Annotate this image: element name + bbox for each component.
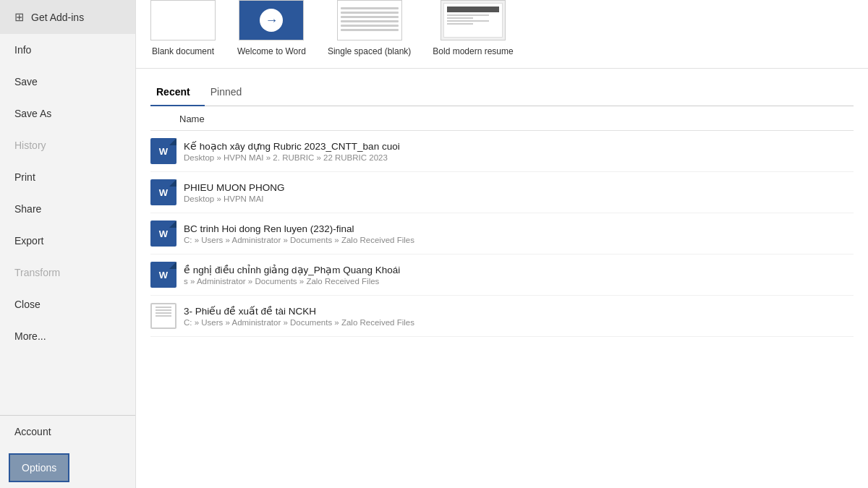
sidebar-item-save[interactable]: Save <box>0 66 135 98</box>
template-label-single-spaced: Single spaced (blank) <box>328 46 411 56</box>
resume-preview <box>443 3 503 38</box>
name-col-header: Name <box>179 114 854 124</box>
welcome-arrow-icon: → <box>260 9 283 32</box>
word-doc-icon: W <box>150 179 176 205</box>
lines-decoration <box>341 7 399 33</box>
file-path: C: » Users » Administrator » Documents »… <box>184 236 854 244</box>
list-item[interactable]: W BC trinh Hoi dong Ren luyen (232)-fina… <box>150 213 854 254</box>
sidebar-item-export[interactable]: Export <box>0 225 135 257</box>
main-content: Blank document → Welcome to Word Single … <box>136 0 868 488</box>
file-name: BC trinh Hoi dong Ren luyen (232)-final <box>184 223 854 234</box>
file-name: PHIEU MUON PHONG <box>184 182 854 193</box>
file-path: s » Administrator » Documents » Zalo Rec… <box>184 277 854 286</box>
list-item[interactable]: W PHIEU MUON PHONG Desktop » HVPN MAI <box>150 172 854 213</box>
template-label-welcome: Welcome to Word <box>237 46 306 56</box>
tabs-bar: Recent Pinned <box>150 80 854 106</box>
sidebar-bottom: Account Options <box>0 415 135 488</box>
template-label-blank: Blank document <box>152 46 214 56</box>
template-thumb-blank <box>150 0 216 40</box>
content-area: Recent Pinned Name W Kế hoạch xây dựng R… <box>136 69 868 488</box>
file-name: ề nghị điều chỉnh giảng dạy_Phạm Quang K… <box>184 264 854 275</box>
sidebar-item-save-as[interactable]: Save As <box>0 98 135 129</box>
sidebar-item-account[interactable]: Account <box>0 416 135 448</box>
file-details: BC trinh Hoi dong Ren luyen (232)-final … <box>184 223 854 244</box>
word-doc-icon-outline <box>150 303 176 329</box>
file-name: Kế hoạch xây dựng Rubric 2023_CNTT_ban c… <box>184 140 854 152</box>
list-item[interactable]: W Kế hoạch xây dựng Rubric 2023_CNTT_ban… <box>150 131 854 172</box>
sidebar-item-info[interactable]: Info <box>0 34 135 66</box>
template-bold-resume[interactable]: Bold modern resume <box>433 0 513 56</box>
word-doc-icon: W <box>150 262 176 288</box>
grid-icon: ⊞ <box>14 10 24 24</box>
sidebar: ⊞ Get Add-ins Info Save Save As History … <box>0 0 136 488</box>
sidebar-item-close[interactable]: Close <box>0 288 135 320</box>
file-path: Desktop » HVPN MAI <box>184 194 854 203</box>
file-details: 3- Phiếu đề xuất đề tài NCKH C: » Users … <box>184 305 854 327</box>
list-item[interactable]: W ề nghị điều chỉnh giảng dạy_Phạm Quang… <box>150 254 854 296</box>
word-doc-icon: W <box>150 221 176 247</box>
file-name: 3- Phiếu đề xuất đề tài NCKH <box>184 305 854 317</box>
template-thumb-welcome: → <box>239 0 304 40</box>
template-single-spaced[interactable]: Single spaced (blank) <box>328 0 411 56</box>
file-details: ề nghị điều chỉnh giảng dạy_Phạm Quang K… <box>184 264 854 286</box>
tab-pinned[interactable]: Pinned <box>205 80 257 106</box>
file-path: Desktop » HVPN MAI » 2. RUBRIC » 22 RUBR… <box>184 153 854 162</box>
template-thumb-bold-resume <box>441 0 506 40</box>
list-item[interactable]: 3- Phiếu đề xuất đề tài NCKH C: » Users … <box>150 296 854 337</box>
file-list-header: Name <box>150 106 854 131</box>
templates-row: Blank document → Welcome to Word Single … <box>136 0 868 69</box>
template-label-bold-resume: Bold modern resume <box>433 46 513 56</box>
template-blank[interactable]: Blank document <box>150 0 216 56</box>
file-details: PHIEU MUON PHONG Desktop » HVPN MAI <box>184 182 854 203</box>
template-thumb-single-spaced <box>337 0 402 40</box>
sidebar-item-print[interactable]: Print <box>0 161 135 193</box>
word-doc-icon: W <box>150 138 176 164</box>
file-details: Kế hoạch xây dựng Rubric 2023_CNTT_ban c… <box>184 140 854 162</box>
file-path: C: » Users » Administrator » Documents »… <box>184 318 854 327</box>
template-welcome[interactable]: → Welcome to Word <box>237 0 306 56</box>
sidebar-item-transform: Transform <box>0 257 135 288</box>
sidebar-item-get-add-ins[interactable]: ⊞ Get Add-ins <box>0 0 135 34</box>
sidebar-item-more[interactable]: More... <box>0 320 135 352</box>
sidebar-item-history: History <box>0 129 135 161</box>
options-button[interactable]: Options <box>9 453 69 482</box>
tab-recent[interactable]: Recent <box>150 80 205 106</box>
sidebar-item-share[interactable]: Share <box>0 193 135 225</box>
